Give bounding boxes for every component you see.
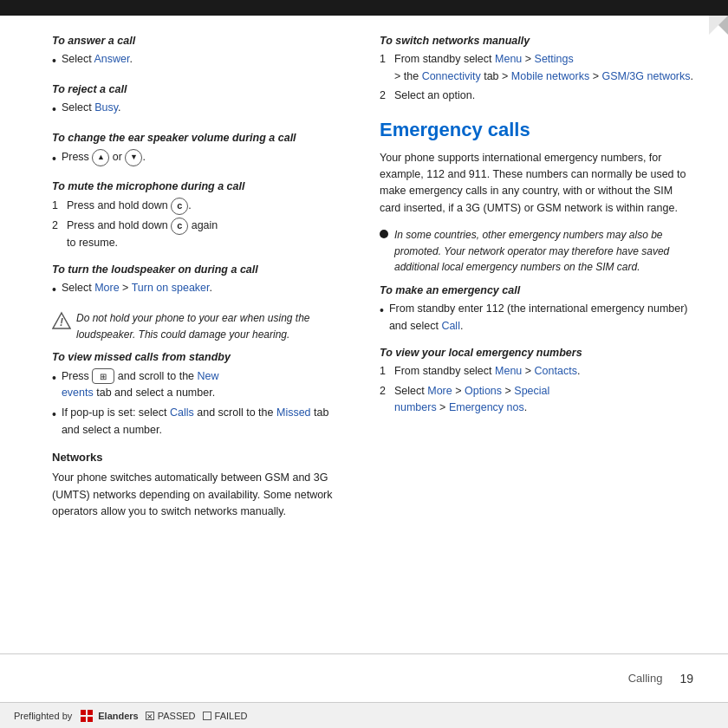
reject-call-section: To reject a call • Select Busy. [52,81,348,120]
switch-networks-title: To switch networks manually [380,33,693,49]
top-bar [0,0,728,16]
ear-speaker-text: Press ▲ or ▼. [62,149,146,166]
emergency-nos-link[interactable]: Emergency nos [449,401,524,413]
c-icon-1: c [171,198,188,215]
step-num-2: 2 [52,218,64,234]
new-events-link[interactable]: Newevents [62,370,219,399]
loudspeaker-bullet: • Select More > Turn on speaker. [52,280,348,300]
switch-networks-section: To switch networks manually 1 From stand… [380,33,693,105]
main-content: To answer a call • Select Answer. To rej… [0,16,728,653]
local-step-num-1: 1 [380,363,392,380]
bullet-dot: • [52,52,56,71]
passed-checkbox-icon: ✕ [146,712,154,720]
emergency-call-bullet: • From standby enter 112 (the internatio… [380,301,693,335]
elanders-brand-text: Elanders [98,711,138,721]
bullet-dot: • [52,101,56,120]
calling-label: Calling [628,672,663,685]
loudspeaker-text: Select More > Turn on speaker. [62,280,212,296]
menu-link1[interactable]: Menu [495,53,522,65]
preflight-bar: Preflighted by Elanders ✕ PASSED FAILED [0,702,728,728]
options-link[interactable]: Options [465,385,502,397]
loudspeaker-title: To turn the loudspeaker on during a call [52,262,348,278]
bullet-dot: • [52,150,56,169]
mute-step-1: 1 Press and hold down c. [52,198,348,215]
mute-mic-title: To mute the microphone during a call [52,179,348,195]
grid-icon: ⊞ [92,368,114,384]
note-dot-icon [380,230,388,238]
c-icon-2: c [171,218,188,235]
more-link2[interactable]: More [427,385,452,397]
warning-text: Do not hold your phone to your ear when … [76,310,348,342]
mute-step1-text: Press and hold down c. [67,198,192,215]
info-note: In some countries, other emergency numbe… [380,227,693,276]
arrow-up-icon: ▲ [92,149,109,166]
bullet-dot: • [52,406,56,425]
reject-call-bullet: • Select Busy. [52,100,348,120]
page-number: 19 [679,672,693,686]
loudspeaker-section: To turn the loudspeaker on during a call… [52,262,348,300]
mobile-networks-link[interactable]: Mobile networks [511,70,589,82]
preflight-failed: FAILED [203,711,248,721]
more-link[interactable]: More [94,282,119,294]
gsm3g-link[interactable]: GSM/3G networks [601,70,690,82]
emergency-call-title: To make an emergency call [380,283,693,299]
networks-section: Networks Your phone switches automatical… [52,449,348,520]
elanders-logo: Elanders [79,708,138,724]
passed-label: PASSED [158,711,196,721]
call-link[interactable]: Call [441,320,460,332]
answer-call-title: To answer a call [52,33,348,49]
local-emergency-title: To view your local emergency numbers [380,345,693,361]
answer-call-text: Select Answer. [62,51,133,68]
page-footer: Calling 19 [0,653,728,702]
failed-checkbox-icon [203,712,211,720]
emergency-call-text: From standby enter 112 (the internationa… [389,301,693,335]
busy-link[interactable]: Busy [94,101,118,114]
local-step-2: 2 Select More > Options > Specialnumbers… [380,383,693,417]
left-column: To answer a call • Select Answer. To rej… [0,33,364,653]
networks-para: Your phone switches automatically betwee… [52,470,348,520]
bullet-dot: • [380,302,384,321]
answer-call-bullet: • Select Answer. [52,51,348,71]
preflight-passed: ✕ PASSED [146,711,196,721]
svg-rect-4 [81,710,86,715]
answer-link[interactable]: Answer [94,53,129,65]
bullet-dot: • [52,281,56,300]
local-step-num-2: 2 [380,383,392,400]
switch-step-num-2: 2 [380,88,392,104]
switch-step-num-1: 1 [380,51,392,68]
contacts-link[interactable]: Contacts [535,365,577,377]
missed-calls-bullet2: • If pop-up is set: select Calls and scr… [52,405,348,439]
reject-call-title: To reject a call [52,81,348,98]
missed-calls-text2: If pop-up is set: select Calls and scrol… [62,405,348,439]
networks-heading: Networks [52,449,348,466]
answer-call-section: To answer a call • Select Answer. [52,33,348,71]
missed-link[interactable]: Missed [276,406,311,419]
settings-link[interactable]: Settings [535,53,574,65]
emergency-para: Your phone supports international emerge… [380,150,693,218]
connectivity-link[interactable]: Connectivity [422,70,481,82]
switch-step1-text: From standby select Menu > Settings> the… [394,51,693,85]
switch-step-2: 2 Select an option. [380,88,693,104]
emergency-calls-section: Emergency calls Your phone supports inte… [380,115,693,218]
preflight-label: Preflighted by [14,711,72,721]
missed-calls-bullet1: • Press ⊞ and scroll to the Newevents ta… [52,368,348,402]
local-emergency-section: To view your local emergency numbers 1 F… [380,345,693,417]
emergency-calls-title: Emergency calls [380,115,693,145]
switch-step-1: 1 From standby select Menu > Settings> t… [380,51,693,85]
mute-step2-text: Press and hold down c againto resume. [67,218,218,251]
calls-link[interactable]: Calls [170,406,194,419]
emergency-call-section: To make an emergency call • From standby… [380,283,693,335]
page-container: To answer a call • Select Answer. To rej… [0,0,728,728]
missed-calls-section: To view missed calls from standby • Pres… [52,349,348,439]
mute-mic-section: To mute the microphone during a call 1 P… [52,179,348,251]
warning-triangle-icon: ! [52,311,71,330]
right-column: To switch networks manually 1 From stand… [364,33,728,653]
corner-fold [709,16,728,35]
svg-rect-7 [88,717,93,722]
turn-on-speaker-link[interactable]: Turn on speaker [132,282,210,294]
ear-speaker-title: To change the ear speaker volume during … [52,130,348,146]
failed-label: FAILED [215,711,248,721]
step-num-1: 1 [52,198,64,214]
missed-calls-title: To view missed calls from standby [52,349,348,366]
menu-link2[interactable]: Menu [495,365,522,377]
